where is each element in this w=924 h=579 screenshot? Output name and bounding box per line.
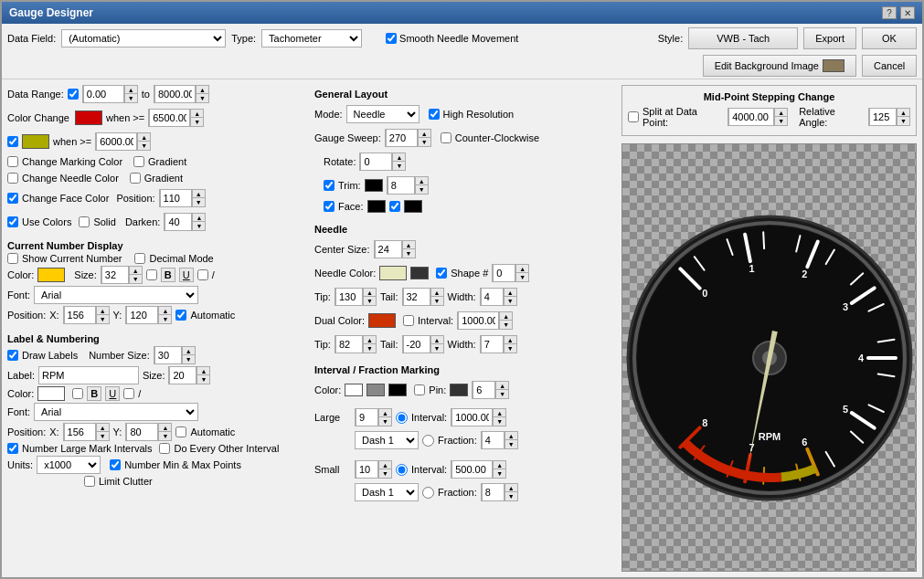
auto-checkbox[interactable]: [175, 310, 186, 321]
solid-checkbox[interactable]: [79, 216, 90, 227]
trim-spin[interactable]: ▲▼: [387, 176, 429, 195]
x-spin[interactable]: ▲▼: [63, 306, 110, 324]
close-button[interactable]: ✕: [900, 6, 915, 19]
mode-select[interactable]: NeedleDigitalBar: [346, 105, 420, 123]
pos-down[interactable]: ▼: [193, 198, 205, 206]
underline-button[interactable]: U: [179, 268, 194, 282]
label-underline-btn[interactable]: U: [105, 386, 120, 401]
tail-spin[interactable]: ▲▼: [402, 288, 444, 306]
relative-angle-spin[interactable]: ▲▼: [868, 108, 910, 126]
center-size-val[interactable]: [375, 240, 402, 258]
high-res-checkbox[interactable]: [429, 109, 440, 120]
color2-spin[interactable]: ▲▼: [95, 132, 151, 151]
c2-down[interactable]: ▼: [138, 142, 150, 150]
color1-spin[interactable]: ▲▼: [148, 109, 204, 127]
small-spin[interactable]: ▲▼: [355, 460, 392, 479]
face-checkbox[interactable]: [324, 201, 335, 212]
label-font-select[interactable]: Arial: [34, 403, 198, 421]
tip-spin[interactable]: ▲▼: [335, 288, 377, 306]
units-select[interactable]: x1000x100x10x1: [37, 456, 101, 474]
label-color-swatch[interactable]: [37, 386, 65, 401]
interval-spin[interactable]: ▲▼: [457, 311, 513, 330]
interval-check[interactable]: [403, 315, 414, 326]
c1-up[interactable]: ▲: [191, 110, 203, 118]
split-val[interactable]: [728, 108, 774, 126]
sweep-val[interactable]: [386, 129, 418, 147]
large-val[interactable]: [356, 408, 378, 426]
width2-val[interactable]: [481, 335, 504, 353]
small-fraction-spin[interactable]: ▲▼: [481, 483, 518, 501]
large-interval-radio[interactable]: [396, 412, 408, 424]
shape-checkbox[interactable]: [436, 268, 447, 279]
label-auto-checkbox[interactable]: [175, 426, 186, 437]
data-field-select[interactable]: (Automatic): [61, 29, 226, 47]
trim-checkbox[interactable]: [324, 180, 335, 191]
large-mark-checkbox[interactable]: [7, 443, 18, 454]
color1-val[interactable]: [149, 109, 190, 127]
tail2-val[interactable]: [403, 335, 430, 353]
ccw-checkbox[interactable]: [441, 132, 451, 143]
small-interval-radio[interactable]: [396, 464, 408, 476]
large-fraction-radio[interactable]: [422, 435, 434, 447]
y-val[interactable]: [126, 306, 158, 324]
pos-up[interactable]: ▲: [193, 190, 205, 198]
rotate-spin[interactable]: ▲▼: [359, 153, 406, 171]
color2-checkbox[interactable]: [7, 136, 18, 147]
color-swatch-1[interactable]: [75, 111, 102, 125]
data-range-checkbox[interactable]: [68, 89, 79, 100]
slash-checkbox[interactable]: [197, 269, 208, 280]
width-val[interactable]: [481, 288, 504, 306]
tip2-val[interactable]: [335, 335, 363, 353]
size-val[interactable]: [101, 266, 129, 284]
label-slash-check[interactable]: [123, 388, 134, 399]
if-color3-swatch[interactable]: [388, 384, 407, 396]
bold-checkbox[interactable]: [146, 269, 157, 280]
size-spin[interactable]: ▲▼: [101, 266, 143, 284]
to-down[interactable]: ▼: [196, 94, 208, 102]
tip-val[interactable]: [335, 288, 363, 306]
center-size-spin[interactable]: ▲▼: [374, 240, 416, 258]
label-bold-btn[interactable]: B: [87, 386, 101, 401]
from-input[interactable]: [83, 85, 124, 103]
face2-checkbox[interactable]: [389, 201, 400, 212]
label-x-spin[interactable]: ▲▼: [63, 423, 110, 441]
small-fraction-val[interactable]: [482, 483, 504, 501]
darken-val[interactable]: [165, 213, 192, 231]
change-face-checkbox[interactable]: [7, 193, 18, 204]
trim-val[interactable]: [388, 176, 415, 195]
trim-color-swatch[interactable]: [365, 179, 383, 192]
draw-labels-checkbox[interactable]: [7, 350, 18, 361]
large-interval-spin[interactable]: ▲▼: [451, 408, 506, 426]
if-color2-swatch[interactable]: [366, 384, 385, 396]
darken-spin[interactable]: ▲▼: [164, 213, 206, 231]
split-spin[interactable]: ▲▼: [728, 108, 788, 126]
label-y-val[interactable]: [126, 423, 158, 441]
label-input[interactable]: [38, 366, 139, 384]
gradient1-checkbox[interactable]: [133, 156, 144, 167]
gradient2-checkbox[interactable]: [130, 173, 141, 184]
bold-button[interactable]: B: [161, 268, 175, 282]
ok-button[interactable]: OK: [862, 27, 917, 49]
large-dash-select[interactable]: Dash 1Dash 2Dash 3: [355, 431, 419, 449]
change-marking-checkbox[interactable]: [7, 156, 18, 167]
cancel-button[interactable]: Cancel: [862, 55, 917, 77]
from-down[interactable]: ▼: [125, 94, 137, 102]
pin-checkbox[interactable]: [414, 384, 425, 395]
relative-angle-val[interactable]: [869, 108, 897, 126]
large-spin[interactable]: ▲▼: [355, 408, 392, 426]
font-select[interactable]: Arial: [34, 286, 198, 304]
current-color-swatch[interactable]: [37, 268, 65, 282]
from-spin[interactable]: ▲▼: [82, 85, 138, 103]
small-val[interactable]: [356, 460, 378, 479]
every-other-checkbox[interactable]: [159, 443, 170, 454]
position-val[interactable]: [160, 189, 192, 207]
position-spin[interactable]: ▲▼: [159, 189, 206, 207]
shape-spin[interactable]: ▲▼: [492, 264, 529, 282]
small-fraction-radio[interactable]: [422, 487, 434, 499]
pin-spin[interactable]: ▲▼: [472, 381, 509, 399]
change-needle-checkbox[interactable]: [7, 173, 18, 184]
tail2-spin[interactable]: ▲▼: [402, 335, 444, 353]
help-button[interactable]: ?: [882, 6, 897, 19]
show-current-checkbox[interactable]: [7, 253, 18, 264]
export-button[interactable]: Export: [803, 27, 856, 49]
